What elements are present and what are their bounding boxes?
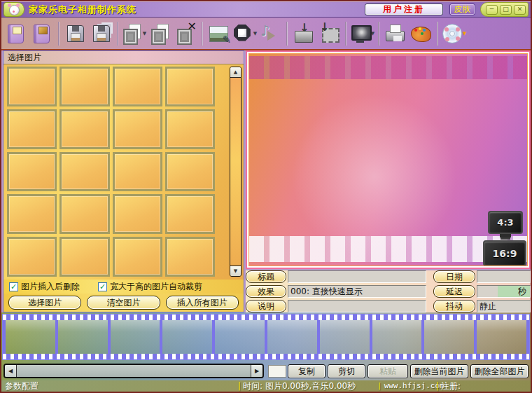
checkbox-delete-after-insert[interactable]: ✓ 图片插入后删除 bbox=[9, 281, 80, 293]
delete-all-images-button[interactable]: 删除全部图片 bbox=[470, 364, 528, 378]
clear-images-button[interactable]: 清空图片 bbox=[87, 296, 160, 310]
insert-all-images-button[interactable]: 插入所有图片 bbox=[166, 296, 239, 310]
copy-button[interactable]: 复制 bbox=[288, 364, 326, 378]
save-icon[interactable] bbox=[62, 20, 88, 48]
toolbar: ▼▼▼▼ bbox=[1, 18, 531, 50]
scroll-right-icon[interactable]: ▶ bbox=[251, 365, 262, 377]
photo-select-icon[interactable]: ▼ bbox=[232, 20, 258, 48]
display-settings-icon[interactable]: ▼ bbox=[349, 20, 375, 48]
thumbnail-slot[interactable] bbox=[59, 109, 109, 149]
select-images-button[interactable]: 选择图片 bbox=[8, 296, 81, 310]
frame-counter-box bbox=[268, 365, 286, 378]
dropdown-arrow-icon[interactable]: ▼ bbox=[463, 31, 466, 36]
aspect-4-3-button[interactable]: 4:3 bbox=[488, 211, 523, 234]
preview-canvas: 4:3 16:9 bbox=[248, 53, 528, 266]
scroll-left-icon[interactable]: ◀ bbox=[5, 365, 17, 377]
timeline-frame[interactable] bbox=[477, 320, 526, 354]
thumbnail-slot[interactable] bbox=[113, 152, 162, 192]
thumbnail-slot[interactable] bbox=[7, 67, 57, 106]
description-field[interactable] bbox=[288, 300, 426, 312]
title-field[interactable] bbox=[288, 270, 426, 283]
import-image-glyph bbox=[293, 24, 314, 43]
timeline-frame[interactable] bbox=[111, 320, 163, 354]
timeline-frame[interactable] bbox=[215, 320, 267, 354]
timeline-frame[interactable] bbox=[6, 320, 58, 354]
print-preview-icon[interactable] bbox=[382, 20, 408, 48]
delay-field[interactable]: 秒 bbox=[477, 285, 531, 298]
thumbnail-slot[interactable] bbox=[165, 194, 215, 234]
timeline-frame[interactable] bbox=[424, 320, 477, 354]
delay-label-button[interactable]: 延迟 bbox=[433, 285, 475, 298]
copy-frame-glyph bbox=[150, 24, 170, 43]
effect-label-button[interactable]: 效果 bbox=[246, 285, 286, 298]
thumbnail-slot[interactable] bbox=[113, 67, 162, 106]
date-label-button[interactable]: 日期 bbox=[433, 270, 475, 283]
timeline-frame[interactable] bbox=[162, 320, 215, 354]
import-image-icon[interactable] bbox=[290, 20, 316, 48]
scroll-down-icon[interactable]: ▼ bbox=[230, 266, 241, 276]
timeline-frame[interactable] bbox=[58, 320, 111, 354]
toolbar-separator bbox=[58, 22, 59, 46]
date-field[interactable] bbox=[477, 270, 531, 283]
cut-button[interactable]: 剪切 bbox=[328, 364, 365, 378]
timeline-frame[interactable] bbox=[372, 320, 425, 354]
close-button[interactable]: ✕ bbox=[514, 5, 526, 15]
description-label-button[interactable]: 说明 bbox=[246, 300, 286, 312]
checkbox-auto-crop[interactable]: ✓ 宽大于高的图片自动裁剪 bbox=[98, 281, 202, 293]
vertical-scrollbar[interactable]: ▲ ▼ bbox=[230, 67, 241, 277]
palette-icon[interactable] bbox=[408, 20, 434, 48]
copy-frame-icon[interactable] bbox=[147, 20, 173, 48]
window-title: 家家乐电子相册制作系统 bbox=[29, 4, 365, 16]
scroll-up-icon[interactable]: ▲ bbox=[230, 67, 241, 78]
toolbar-separator bbox=[117, 22, 118, 46]
user-register-button[interactable]: 用户注册 bbox=[365, 4, 443, 15]
music-icon[interactable] bbox=[258, 20, 284, 48]
thumbnail-slot[interactable] bbox=[7, 109, 57, 149]
thumbnail-slot[interactable] bbox=[165, 237, 215, 277]
thumbnail-slot[interactable] bbox=[59, 67, 109, 106]
shake-label-button[interactable]: 抖动 bbox=[433, 300, 475, 312]
thumbnail-slot[interactable] bbox=[165, 67, 215, 106]
image-buttons-row: 选择图片 清空图片 插入所有图片 bbox=[4, 294, 244, 312]
delete-current-image-button[interactable]: 删除当前图片 bbox=[410, 364, 468, 378]
thumbnail-slot[interactable] bbox=[7, 237, 57, 277]
dropdown-arrow-icon[interactable]: ▼ bbox=[253, 31, 257, 36]
save-all-icon[interactable] bbox=[88, 20, 114, 48]
burn-cd-icon[interactable]: ▼ bbox=[441, 20, 467, 48]
paste-button[interactable]: 粘贴 bbox=[368, 364, 408, 378]
thumbnail-slot[interactable] bbox=[7, 152, 57, 192]
thumbnail-slot[interactable] bbox=[113, 237, 162, 277]
thumbnail-slot[interactable] bbox=[59, 194, 109, 234]
timeline-scrollbar[interactable]: ◀ ▶ bbox=[4, 364, 264, 378]
insert-frame-icon[interactable]: ▼ bbox=[121, 20, 147, 48]
maximize-button[interactable]: □ bbox=[500, 5, 512, 15]
checkbox-checked-icon[interactable]: ✓ bbox=[98, 282, 107, 291]
shake-field[interactable]: 静止 bbox=[477, 300, 531, 312]
thumbnail-slot[interactable] bbox=[113, 109, 162, 149]
status-divider: | bbox=[377, 381, 382, 390]
skin-button[interactable]: 皮肤 bbox=[449, 4, 475, 15]
timeline-frame[interactable] bbox=[320, 320, 372, 354]
thumbnail-slot[interactable] bbox=[113, 194, 162, 234]
dropdown-arrow-icon[interactable]: ▼ bbox=[143, 31, 146, 36]
aspect-16-9-button[interactable]: 16:9 bbox=[483, 240, 526, 266]
delete-frame-icon[interactable] bbox=[173, 20, 199, 48]
new-album-icon[interactable] bbox=[4, 20, 29, 48]
open-album-icon[interactable] bbox=[29, 20, 55, 48]
checkbox-checked-icon[interactable]: ✓ bbox=[9, 282, 18, 291]
thumbnail-slot[interactable] bbox=[165, 152, 215, 192]
form-spacer bbox=[428, 270, 432, 283]
scrollbar-track[interactable] bbox=[17, 365, 251, 377]
edit-image-icon[interactable] bbox=[206, 20, 232, 48]
timeline-frame[interactable] bbox=[267, 320, 320, 354]
thumbnail-slot[interactable] bbox=[7, 194, 57, 234]
thumbnail-slot[interactable] bbox=[165, 109, 215, 149]
minimize-button[interactable]: ─ bbox=[486, 5, 498, 15]
thumbnail-slot[interactable] bbox=[59, 237, 109, 277]
display-settings-glyph bbox=[350, 24, 370, 43]
filmstrip-sprockets bbox=[3, 354, 529, 359]
import-frame-icon[interactable] bbox=[316, 20, 342, 48]
effect-field[interactable]: 000: 直接快速显示 bbox=[288, 285, 426, 298]
thumbnail-slot[interactable] bbox=[59, 152, 109, 192]
title-label-button[interactable]: 标题 bbox=[246, 270, 286, 283]
